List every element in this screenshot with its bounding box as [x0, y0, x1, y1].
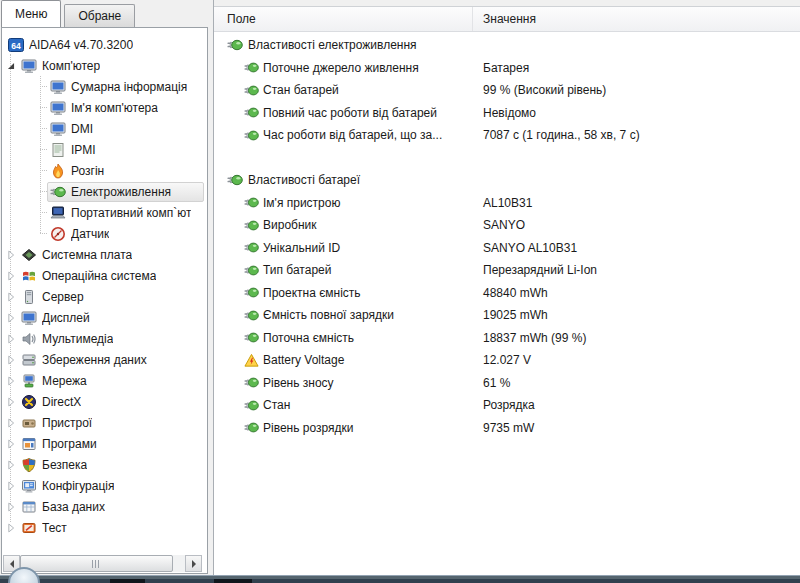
sidebar-item-sensor[interactable]: Датчик: [2, 223, 207, 244]
sidebar-item-network[interactable]: Мережа: [2, 370, 207, 391]
table-row[interactable]: Поточна ємність 18837 mWh (99 %): [214, 327, 800, 350]
expand-arrow-icon[interactable]: [4, 311, 18, 325]
sidebar-item-motherboard[interactable]: Системна плата: [2, 244, 207, 265]
field-label: Проектна ємність: [263, 286, 361, 300]
expand-arrow-icon[interactable]: [4, 353, 18, 367]
sidebar-item-directx[interactable]: DirectX: [2, 391, 207, 412]
field-value: 61 %: [473, 376, 800, 390]
power-plug-icon: [244, 60, 259, 75]
sidebar-item-database[interactable]: База даних: [2, 496, 207, 517]
field-value: AL10B31: [473, 196, 800, 210]
table-row[interactable]: Повний час роботи від батарей Невідомо: [214, 102, 800, 125]
tab-favorites[interactable]: Обране: [64, 4, 135, 27]
table-row[interactable]: Стан батарей 99 % (Високий рівень): [214, 79, 800, 102]
expand-arrow-icon[interactable]: [4, 458, 18, 472]
programs-icon: [21, 436, 37, 452]
sidebar-item-dmi[interactable]: DMI: [2, 118, 207, 139]
table-row[interactable]: Рівень розрядки 9735 mW: [214, 417, 800, 440]
scrollbar-track[interactable]: [20, 555, 185, 572]
power-plug-icon: [50, 184, 66, 200]
sidebar-item-multimedia[interactable]: Мультимедіа: [2, 328, 207, 349]
laptop-icon: [50, 205, 66, 221]
sidebar-item-test[interactable]: Тест: [2, 517, 207, 538]
field-label: Ім'я пристрою: [263, 196, 340, 210]
expand-arrow-icon[interactable]: [4, 479, 18, 493]
sidebar-item-overclock[interactable]: Розгін: [2, 160, 207, 181]
table-row[interactable]: Ємність повної зарядки 19025 mWh: [214, 304, 800, 327]
field-value: 48840 mWh: [473, 286, 800, 300]
sidebar-item-server[interactable]: Сервер: [2, 286, 207, 307]
column-header-value[interactable]: Значення: [473, 7, 800, 31]
expand-arrow-icon[interactable]: [4, 332, 18, 346]
expand-arrow-icon[interactable]: [4, 269, 18, 283]
list-column-header: Поле Значення: [214, 6, 800, 32]
sidebar-item-config[interactable]: Конфігурація: [2, 475, 207, 496]
column-header-field[interactable]: Поле: [214, 7, 473, 31]
sidebar-tabs: Меню Обране: [0, 0, 213, 27]
property-group: Властивості батареї Ім'я пристрою AL10B3…: [214, 169, 800, 439]
left-arrow-icon: [6, 560, 14, 568]
expand-arrow-icon[interactable]: [4, 500, 18, 514]
expand-arrow-icon[interactable]: [4, 395, 18, 409]
security-icon: [21, 457, 37, 473]
table-row[interactable]: Стан Розрядка: [214, 394, 800, 417]
sidebar-item-summary[interactable]: Сумарна інформація: [2, 76, 207, 97]
taskbar-button[interactable]: [214, 579, 252, 583]
field-label: Стан: [263, 398, 290, 412]
sidebar-item-portable[interactable]: Портативний комп`ют: [2, 202, 207, 223]
table-row[interactable]: Виробник SANYO: [214, 214, 800, 237]
field-label: Поточне джерело живлення: [263, 61, 419, 75]
sidebar-item-ipmi[interactable]: IPMI: [2, 139, 207, 160]
sidebar-item-devices[interactable]: Пристрої: [2, 412, 207, 433]
table-row[interactable]: Поточне джерело живлення Батарея: [214, 57, 800, 80]
storage-icon: [21, 352, 37, 368]
power-plug-icon: [227, 172, 243, 188]
scroll-right-button[interactable]: [185, 555, 202, 572]
group-header[interactable]: Властивості батареї: [214, 169, 800, 192]
warning-icon: [244, 353, 259, 368]
expand-arrow-icon[interactable]: [4, 416, 18, 430]
scrollbar-grip-icon: [92, 560, 101, 568]
table-row[interactable]: Час роботи від батарей, що за... 7087 с …: [214, 124, 800, 147]
sidebar-item-os[interactable]: Операційна система: [2, 265, 207, 286]
field-value: Батарея: [473, 61, 800, 75]
sidebar-item-security[interactable]: Безпека: [2, 454, 207, 475]
expand-arrow-icon[interactable]: [4, 521, 18, 535]
taskbar-button[interactable]: [110, 579, 145, 583]
expand-arrow-icon[interactable]: [4, 437, 18, 451]
sidebar-item-power[interactable]: Електроживлення: [2, 181, 207, 202]
sidebar-item-display[interactable]: Дисплей: [2, 307, 207, 328]
field-label: Тип батарей: [263, 263, 331, 277]
expand-arrow-icon[interactable]: [4, 248, 18, 262]
tab-menu[interactable]: Меню: [1, 0, 61, 27]
sidebar: Меню Обране 64 AIDA64 v4.70.3200 Комп'ют…: [0, 0, 213, 575]
group-header[interactable]: Властивості електроживлення: [214, 34, 800, 57]
computer-icon: [21, 58, 37, 74]
field-value: 7087 с (1 година., 58 хв, 7 с): [473, 128, 800, 142]
table-row[interactable]: Ім'я пристрою AL10B31: [214, 192, 800, 215]
scrollbar-thumb[interactable]: [20, 555, 173, 572]
table-row[interactable]: Рівень зносу 61 %: [214, 372, 800, 395]
field-value: SANYO: [473, 218, 800, 232]
expand-arrow-icon[interactable]: [4, 374, 18, 388]
table-row[interactable]: Проектна ємність 48840 mWh: [214, 282, 800, 305]
field-label: Battery Voltage: [263, 353, 344, 367]
table-row[interactable]: Унікальний ID SANYO AL10B31: [214, 237, 800, 260]
tree-connector-stub: [40, 233, 47, 234]
tree-connector-stub: [40, 128, 47, 129]
sidebar-item-aida64-root[interactable]: 64 AIDA64 v4.70.3200: [2, 34, 207, 55]
sidebar-item-computer-name[interactable]: Ім'я комп'ютера: [2, 97, 207, 118]
expand-arrow-icon[interactable]: [4, 59, 18, 73]
table-row[interactable]: Тип батарей Перезарядний Li-Ion: [214, 259, 800, 282]
field-value: 19025 mWh: [473, 308, 800, 322]
field-label: Час роботи від батарей, що за...: [263, 128, 442, 142]
power-plug-icon: [244, 308, 259, 323]
field-label: Ємність повної зарядки: [263, 308, 394, 322]
tree-connector-stub: [40, 107, 47, 108]
power-plug-icon: [244, 83, 259, 98]
sidebar-item-computer[interactable]: Комп'ютер: [2, 55, 207, 76]
sidebar-item-storage[interactable]: Збереження даних: [2, 349, 207, 370]
table-row[interactable]: Battery Voltage 12.027 V: [214, 349, 800, 372]
expand-arrow-icon[interactable]: [4, 290, 18, 304]
sidebar-item-programs[interactable]: Програми: [2, 433, 207, 454]
